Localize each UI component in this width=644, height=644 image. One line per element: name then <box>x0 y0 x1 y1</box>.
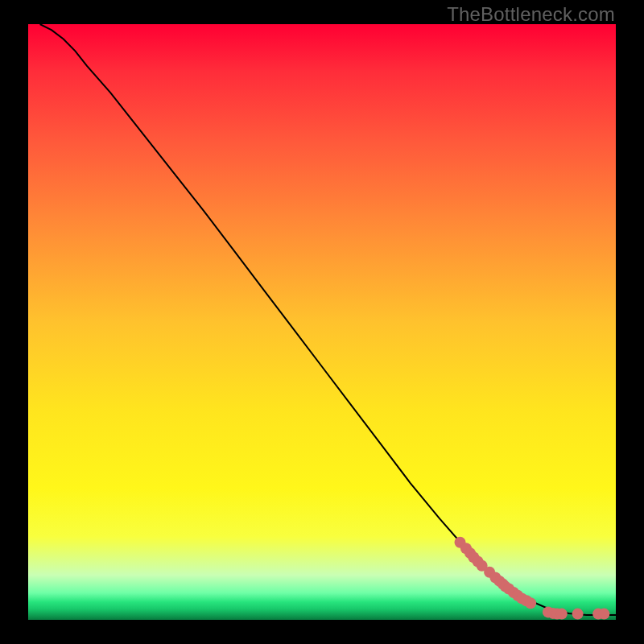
data-point <box>598 609 609 620</box>
chart-frame: TheBottleneck.com <box>0 0 644 644</box>
chart-overlay <box>28 24 616 620</box>
plot-area <box>28 24 616 620</box>
curve-line <box>40 24 616 615</box>
data-point <box>525 597 536 609</box>
data-point <box>556 609 568 620</box>
scatter-points <box>455 537 610 620</box>
data-point <box>572 609 584 620</box>
watermark-text: TheBottleneck.com <box>447 3 615 26</box>
